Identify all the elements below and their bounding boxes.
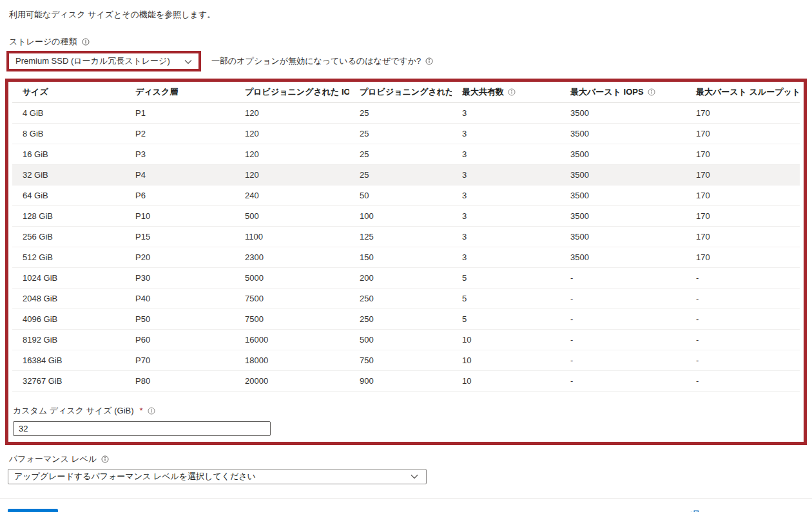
table-cell: 3 xyxy=(452,102,560,123)
footer-divider xyxy=(0,498,812,498)
storage-type-label: ストレージの種類 xyxy=(9,36,77,48)
table-cell: P50 xyxy=(125,308,235,329)
chevron-down-icon xyxy=(411,471,418,481)
table-cell: - xyxy=(560,350,686,370)
table-row[interactable]: 2048 GiBP4075002505-- xyxy=(12,288,800,308)
ok-button[interactable]: OK xyxy=(8,509,58,512)
storage-type-selected-value: Premium SSD (ローカル冗長ストレージ) xyxy=(15,55,170,67)
table-row[interactable]: 8 GiBP21202533500170 xyxy=(12,123,800,144)
table-cell: 3 xyxy=(452,205,560,226)
table-cell: 10 xyxy=(452,350,560,370)
table-cell: 512 GiB xyxy=(12,247,125,267)
table-row[interactable]: 16 GiBP31202533500170 xyxy=(12,144,800,164)
table-cell: 125 xyxy=(349,226,452,247)
table-row[interactable]: 32 GiBP41202533500170 xyxy=(12,164,800,185)
table-cell: 7500 xyxy=(235,308,349,329)
table-cell: 8 GiB xyxy=(12,123,125,144)
table-cell: 256 GiB xyxy=(12,226,125,247)
custom-disk-size-info-icon[interactable] xyxy=(148,407,155,415)
chevron-down-icon xyxy=(184,57,192,66)
table-cell: 32767 GiB xyxy=(12,370,125,391)
table-cell: 3 xyxy=(452,123,560,144)
intro-text: 利用可能なディスク サイズとその機能を参照します。 xyxy=(9,9,812,21)
table-row[interactable]: 256 GiBP15110012533500170 xyxy=(12,226,800,247)
table-cell: - xyxy=(686,329,800,350)
table-cell: 10 xyxy=(452,370,560,391)
table-cell: 3500 xyxy=(560,205,686,226)
column-header-provisioned-iops: プロビジョニングされた IO… xyxy=(235,82,349,102)
table-row[interactable]: 4 GiBP11202533500170 xyxy=(12,102,800,123)
table-cell: P80 xyxy=(125,370,235,391)
table-cell: - xyxy=(560,288,686,308)
table-row[interactable]: 32767 GiBP802000090010-- xyxy=(12,370,800,391)
storage-type-dropdown[interactable]: Premium SSD (ローカル冗長ストレージ) xyxy=(6,51,201,71)
disk-size-annotated-region: サイズ ディスク層 プロビジョニングされた IO… プロビジョニングされたスル…… xyxy=(5,79,807,445)
custom-disk-size-input[interactable] xyxy=(13,421,271,436)
table-cell: 3500 xyxy=(560,185,686,205)
disabled-options-help-text: 一部のオプションが無効になっているのはなぜですか? xyxy=(211,55,421,67)
column-header-provisioned-throughput: プロビジョニングされたスル… xyxy=(349,82,452,102)
table-cell: 128 GiB xyxy=(12,205,125,226)
table-cell: 3500 xyxy=(560,247,686,267)
table-row[interactable]: 1024 GiBP3050002005-- xyxy=(12,267,800,288)
table-cell: 3500 xyxy=(560,226,686,247)
table-cell: 32 GiB xyxy=(12,164,125,185)
table-cell: 1024 GiB xyxy=(12,267,125,288)
table-cell: P2 xyxy=(125,123,235,144)
table-cell: 170 xyxy=(686,185,800,205)
table-cell: 170 xyxy=(686,123,800,144)
table-cell: 16 GiB xyxy=(12,144,125,164)
table-cell: 3500 xyxy=(560,144,686,164)
table-row[interactable]: 16384 GiBP701800075010-- xyxy=(12,350,800,370)
table-cell: 170 xyxy=(686,144,800,164)
column-header-disk-tier: ディスク層 xyxy=(125,82,235,102)
max-burst-iops-info-icon[interactable] xyxy=(648,88,655,96)
column-header-size: サイズ xyxy=(12,82,125,102)
storage-type-info-icon[interactable] xyxy=(82,38,90,46)
table-row[interactable]: 4096 GiBP5075002505-- xyxy=(12,308,800,329)
table-cell: P4 xyxy=(125,164,235,185)
column-header-max-burst-throughput: 最大バースト スループット xyxy=(686,82,800,102)
table-cell: 250 xyxy=(349,308,452,329)
table-cell: - xyxy=(686,308,800,329)
table-cell: 2300 xyxy=(235,247,349,267)
column-header-max-shares: 最大共有数 xyxy=(452,82,560,102)
table-cell: 170 xyxy=(686,205,800,226)
table-cell: P60 xyxy=(125,329,235,350)
table-cell: 750 xyxy=(349,350,452,370)
table-cell: 10 xyxy=(452,329,560,350)
table-cell: - xyxy=(560,308,686,329)
column-header-max-burst-iops: 最大バースト IOPS xyxy=(560,82,686,102)
feedback-icon xyxy=(687,510,699,512)
performance-level-label: パフォーマンス レベル xyxy=(9,453,97,465)
table-cell: 5000 xyxy=(235,267,349,288)
table-cell: 170 xyxy=(686,102,800,123)
table-cell: P70 xyxy=(125,350,235,370)
table-cell: - xyxy=(686,370,800,391)
table-cell: 500 xyxy=(235,205,349,226)
table-cell: - xyxy=(686,288,800,308)
table-cell: 8192 GiB xyxy=(12,329,125,350)
disabled-options-info-icon[interactable] xyxy=(425,57,433,65)
table-cell: 16384 GiB xyxy=(12,350,125,370)
table-cell: - xyxy=(686,267,800,288)
table-row[interactable]: 8192 GiBP601600050010-- xyxy=(12,329,800,350)
table-cell: P6 xyxy=(125,185,235,205)
table-cell: - xyxy=(560,329,686,350)
max-shares-info-icon[interactable] xyxy=(508,88,516,96)
table-row[interactable]: 512 GiBP20230015033500170 xyxy=(12,247,800,267)
table-cell: 120 xyxy=(235,123,349,144)
performance-level-info-icon[interactable] xyxy=(101,455,109,463)
table-cell: - xyxy=(560,267,686,288)
custom-disk-size-label: カスタム ディスク サイズ (GiB) xyxy=(13,405,134,417)
table-cell: 3 xyxy=(452,144,560,164)
table-cell: 20000 xyxy=(235,370,349,391)
feedback-link[interactable]: フィードバックの送信 xyxy=(687,510,790,512)
table-row[interactable]: 64 GiBP62405033500170 xyxy=(12,185,800,205)
performance-level-dropdown[interactable]: アップグレードするパフォーマンス レベルを選択してください xyxy=(8,469,427,484)
performance-level-selected-value: アップグレードするパフォーマンス レベルを選択してください xyxy=(14,471,256,482)
table-row[interactable]: 128 GiBP1050010033500170 xyxy=(12,205,800,226)
table-cell: 250 xyxy=(349,288,452,308)
table-cell: 3 xyxy=(452,164,560,185)
table-cell: P10 xyxy=(125,205,235,226)
